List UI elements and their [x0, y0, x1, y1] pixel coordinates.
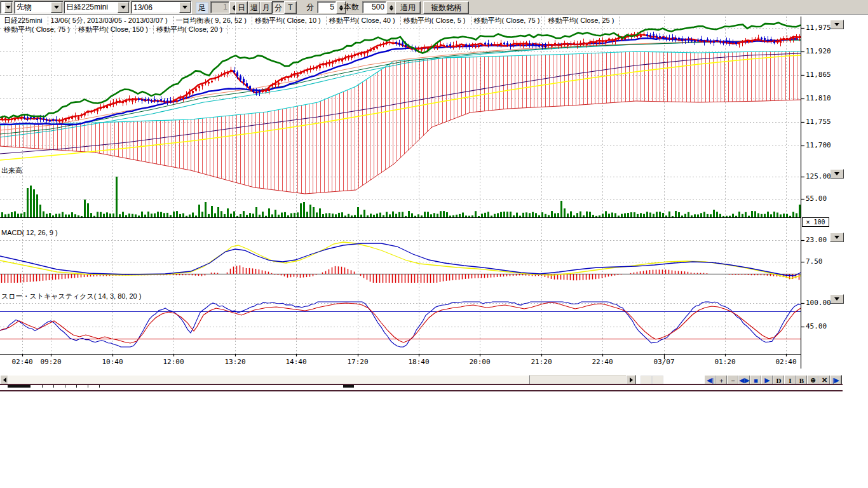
range-strip-tick: [65, 385, 65, 388]
volume-pane-label: 出来高: [1, 166, 22, 175]
time-axis-tick: 12:00: [163, 358, 184, 366]
macd-pane-label: MACD( 12, 26, 9 ): [1, 229, 58, 236]
stoch-axis-tick: 45.00: [806, 322, 827, 330]
price-axis-tick: 11,865: [806, 71, 831, 79]
time-axis-tick: 02:40: [11, 358, 32, 366]
mini-scrollbar-piece: [641, 376, 652, 384]
legend-item: 移動平均( Close, 5 ): [401, 17, 471, 25]
legend-item: 移動平均( Close, 20 ): [154, 25, 228, 34]
legend-item: 移動平均( Close, 150 ): [76, 25, 154, 34]
chevron-down-icon: [834, 172, 839, 175]
time-axis-tick: 20:00: [469, 358, 490, 366]
arrow-right-icon: [630, 377, 633, 383]
legend-item: 移動平均( Close, 75 ): [1, 25, 76, 34]
arrow-left-icon: [3, 377, 6, 383]
time-axis-tick: 09:20: [40, 358, 61, 366]
time-axis-tick: 14:40: [285, 358, 306, 366]
chart-canvas: [0, 0, 868, 389]
range-strip-tick: [53, 385, 54, 388]
data-range-strip[interactable]: [0, 384, 843, 391]
time-axis-tick: 22:40: [592, 358, 613, 366]
mini-scrollbar-piece: [652, 376, 663, 384]
volume-pane-series: [0, 177, 801, 218]
range-strip-tick: [42, 385, 43, 388]
time-axis-tick: 13:20: [224, 358, 245, 366]
gridlines: [0, 17, 801, 354]
range-strip-segment: [8, 385, 31, 388]
time-axis-tick: 21:20: [531, 358, 552, 366]
legend-item: 移動平均( Close, 40 ): [327, 17, 401, 25]
range-strip-tick: [76, 385, 77, 388]
stoch-pane-series: [0, 302, 801, 347]
time-axis-tick: 18:40: [408, 358, 429, 366]
range-strip-tick: [99, 385, 100, 388]
chevron-down-icon: [834, 236, 839, 239]
macd-axis-tick: 23.00: [806, 236, 827, 244]
axis-lines: [0, 17, 804, 369]
chevron-down-icon: [834, 23, 839, 26]
volume-axis-tick: 125.00: [806, 172, 831, 180]
price-axis-tick: 11,755: [806, 118, 831, 126]
time-axis-tick: 02:40: [775, 358, 796, 366]
time-axis-tick: 01:20: [714, 358, 735, 366]
volume-multiplier-badge: × 100: [802, 217, 829, 227]
price-pane-menu-button[interactable]: [830, 20, 844, 29]
time-axis-tick: 03/07: [653, 358, 674, 366]
price-axis-tick: 11,975: [806, 24, 831, 32]
macd-axis-tick: 7.50: [806, 257, 823, 266]
legend-item: 移動平均( Close, 25 ): [545, 17, 620, 25]
macd-pane-menu-button[interactable]: [830, 233, 844, 242]
legend-row-1: 日経225mini13/06( 5分, 2013/03/05 - 2013/03…: [1, 17, 620, 25]
legend-item: 日経225mini: [1, 17, 48, 25]
legend-item: 移動平均( Close, 10 ): [252, 17, 327, 25]
price-axis-tick: 11,700: [806, 141, 831, 149]
price-pane-series: [0, 23, 801, 160]
chevron-down-icon: [834, 297, 839, 301]
time-axis-tick: 10:40: [102, 358, 123, 366]
legend-item: 13/06( 5分, 2013/03/05 - 2013/03/07 ): [48, 17, 173, 25]
price-axis-tick: 11,920: [806, 47, 831, 55]
volume-pane-menu-button[interactable]: [830, 169, 844, 179]
volume-axis-tick: 55.00: [806, 194, 827, 203]
legend-row-2: 移動平均( Close, 75 )移動平均( Close, 150 )移動平均(…: [1, 25, 228, 34]
range-strip-segment: [343, 385, 354, 388]
legend-item: 移動平均( Close, 75 ): [471, 17, 546, 25]
stoch-pane-label: スロー・ストキャスティクス( 14, 3, 80, 20 ): [1, 292, 141, 301]
stoch-pane-menu-button[interactable]: [830, 294, 844, 304]
range-strip-tick: [88, 385, 88, 388]
price-axis-tick: 11,810: [806, 94, 831, 102]
time-axis-tick: 17:20: [347, 358, 368, 366]
legend-item: 一目均衡表( 9, 26, 52 ): [173, 17, 252, 25]
stoch-axis-tick: 100.00: [806, 299, 831, 307]
